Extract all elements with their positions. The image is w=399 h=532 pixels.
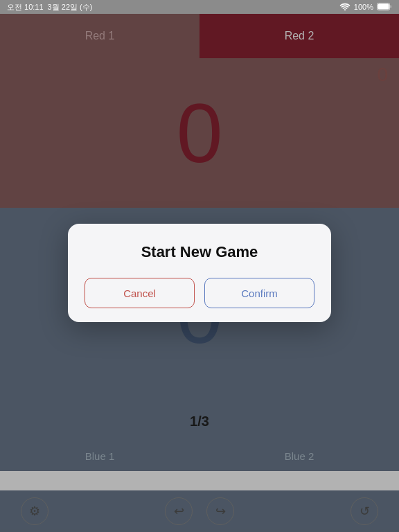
modal-buttons: Cancel Confirm [85, 278, 314, 308]
svg-point-0 [344, 9, 346, 10]
modal-dialog: Start New Game Cancel Confirm [68, 224, 331, 322]
battery-icon [377, 3, 392, 12]
wifi-icon [339, 3, 351, 12]
modal-title: Start New Game [85, 243, 314, 261]
svg-rect-2 [378, 3, 389, 9]
game-area: Red 1 Red 2 0 0 0 Blue 1 Blue 2 1/3 ⚙ [0, 14, 399, 532]
status-time: 오전 10:11 [7, 2, 44, 12]
cancel-button[interactable]: Cancel [85, 278, 195, 308]
status-bar: 오전 10:11 3월 22일 (수) 100% [0, 0, 399, 14]
status-right: 100% [339, 3, 392, 12]
status-time-area: 오전 10:11 3월 22일 (수) [7, 2, 92, 12]
status-date: 3월 22일 (수) [48, 2, 93, 12]
battery-text: 100% [354, 3, 373, 11]
confirm-button[interactable]: Confirm [204, 278, 314, 308]
modal-overlay: Start New Game Cancel Confirm [0, 14, 399, 532]
